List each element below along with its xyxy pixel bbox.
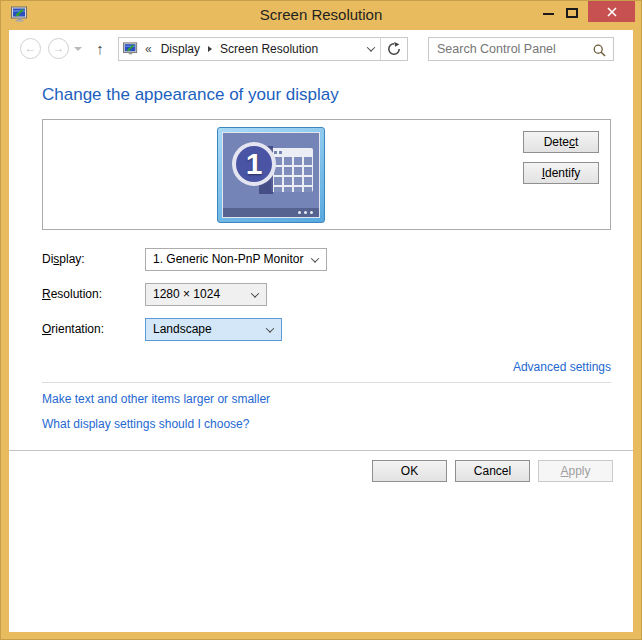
cancel-button[interactable]: Cancel	[455, 460, 530, 482]
identify-button[interactable]: Identify	[523, 162, 599, 184]
section-separator	[42, 382, 611, 383]
refresh-button[interactable]	[381, 38, 407, 60]
chevron-down-icon	[266, 324, 274, 332]
title-bar: Screen Resolution	[0, 0, 642, 30]
search-icon[interactable]	[593, 43, 606, 61]
make-text-larger-link[interactable]: Make text and other items larger or smal…	[42, 392, 270, 406]
close-button[interactable]	[588, 1, 635, 22]
resolution-dropdown-value: 1280 × 1024	[153, 287, 220, 301]
close-icon	[607, 7, 617, 17]
monitor-number-badge: 1	[232, 142, 276, 186]
orientation-dropdown-value: Landscape	[153, 322, 212, 336]
recent-pages-chevron-icon[interactable]	[74, 47, 82, 51]
client-area: ← → ↑ « Display Screen Resolu	[9, 30, 633, 632]
search-box	[428, 37, 614, 61]
screen-resolution-window: Screen Resolution ← → ↑	[0, 0, 642, 640]
refresh-icon	[387, 42, 401, 56]
chevron-down-icon	[251, 289, 259, 297]
monitor-number: 1	[246, 147, 263, 181]
minimize-button[interactable]	[543, 13, 554, 15]
display-settings-help-link[interactable]: What display settings should I choose?	[42, 417, 249, 431]
orientation-dropdown[interactable]: Landscape	[145, 318, 282, 341]
breadcrumb-item-display[interactable]: Display	[155, 38, 206, 60]
monitor-preview-panel: 1 Detect Identify	[42, 119, 611, 230]
address-bar[interactable]: « Display Screen Resolution	[118, 37, 408, 61]
forward-button[interactable]: →	[48, 38, 69, 59]
up-button[interactable]: ↑	[90, 38, 110, 59]
monitor-1-preview[interactable]: 1	[217, 127, 325, 223]
taskbar-dots-icon	[298, 211, 313, 214]
display-grid-icon	[271, 148, 313, 192]
advanced-settings-link[interactable]: Advanced settings	[513, 360, 611, 374]
page-title: Change the appearance of your display	[42, 85, 339, 105]
orientation-label: Orientation:	[42, 322, 104, 336]
apply-button[interactable]: Apply	[538, 460, 613, 482]
back-button[interactable]: ←	[20, 38, 41, 59]
maximize-button[interactable]	[566, 8, 578, 18]
footer-separator	[9, 450, 633, 451]
up-icon: ↑	[96, 40, 104, 57]
display-dropdown[interactable]: 1. Generic Non-PnP Monitor	[145, 248, 327, 271]
chevron-down-icon	[311, 254, 319, 262]
breadcrumb-separator-icon[interactable]	[208, 46, 212, 52]
resolution-label: Resolution:	[42, 287, 102, 301]
breadcrumb-overflow-icon[interactable]: «	[145, 42, 152, 56]
resolution-dropdown[interactable]: 1280 × 1024	[145, 283, 267, 306]
monitor-taskbar-graphic	[223, 208, 319, 217]
ok-button[interactable]: OK	[372, 460, 447, 482]
detect-button[interactable]: Detect	[523, 131, 599, 153]
display-dropdown-value: 1. Generic Non-PnP Monitor	[153, 252, 304, 266]
forward-icon: →	[53, 41, 65, 55]
display-location-icon	[123, 42, 138, 57]
address-dropdown-chevron-icon[interactable]	[362, 46, 380, 52]
monitor-screen-graphic: 1	[222, 132, 320, 218]
back-icon: ←	[25, 41, 37, 55]
display-label: Display:	[42, 252, 85, 266]
search-input[interactable]	[429, 38, 613, 60]
breadcrumb-item-screen-resolution[interactable]: Screen Resolution	[214, 38, 324, 60]
